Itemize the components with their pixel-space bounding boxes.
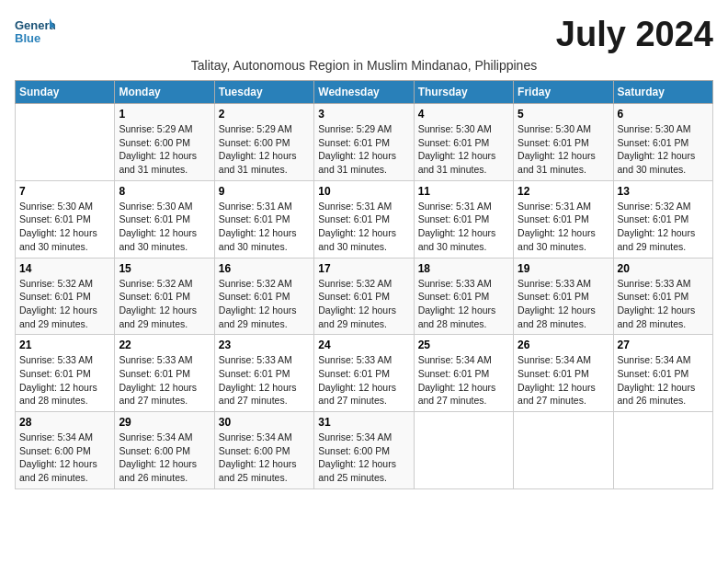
- day-number: 19: [518, 262, 609, 275]
- calendar-cell: 31Sunrise: 5:34 AMSunset: 6:00 PMDayligh…: [314, 412, 414, 489]
- day-number: 8: [119, 185, 210, 198]
- calendar-cell: 19Sunrise: 5:33 AMSunset: 6:01 PMDayligh…: [514, 258, 613, 335]
- calendar-cell: 14Sunrise: 5:32 AMSunset: 6:01 PMDayligh…: [16, 258, 115, 335]
- calendar-cell: 15Sunrise: 5:32 AMSunset: 6:01 PMDayligh…: [115, 258, 214, 335]
- day-number: 7: [19, 185, 110, 198]
- day-info: Sunrise: 5:34 AMSunset: 6:01 PMDaylight:…: [618, 353, 709, 408]
- calendar-week-row: 21Sunrise: 5:33 AMSunset: 6:01 PMDayligh…: [16, 335, 713, 412]
- calendar-cell: 28Sunrise: 5:34 AMSunset: 6:00 PMDayligh…: [16, 412, 115, 489]
- calendar-cell: [613, 412, 712, 489]
- calendar-cell: 22Sunrise: 5:33 AMSunset: 6:01 PMDayligh…: [115, 335, 214, 412]
- calendar-cell: 6Sunrise: 5:30 AMSunset: 6:01 PMDaylight…: [613, 104, 712, 181]
- calendar-cell: 25Sunrise: 5:34 AMSunset: 6:01 PMDayligh…: [414, 335, 513, 412]
- calendar-cell: 26Sunrise: 5:34 AMSunset: 6:01 PMDayligh…: [514, 335, 613, 412]
- day-number: 6: [618, 108, 709, 121]
- day-info: Sunrise: 5:30 AMSunset: 6:01 PMDaylight:…: [19, 200, 110, 254]
- calendar-week-row: 14Sunrise: 5:32 AMSunset: 6:01 PMDayligh…: [16, 258, 713, 335]
- calendar-header-friday: Friday: [514, 81, 613, 104]
- day-info: Sunrise: 5:34 AMSunset: 6:00 PMDaylight:…: [19, 431, 110, 485]
- day-number: 24: [318, 339, 409, 351]
- day-info: Sunrise: 5:33 AMSunset: 6:01 PMDaylight:…: [219, 353, 310, 408]
- day-number: 11: [418, 185, 509, 198]
- day-info: Sunrise: 5:29 AMSunset: 6:01 PMDaylight:…: [318, 122, 409, 177]
- day-info: Sunrise: 5:32 AMSunset: 6:01 PMDaylight:…: [318, 277, 409, 331]
- calendar-cell: 17Sunrise: 5:32 AMSunset: 6:01 PMDayligh…: [314, 258, 414, 335]
- calendar-cell: 21Sunrise: 5:33 AMSunset: 6:01 PMDayligh…: [16, 335, 115, 412]
- page-title: July 2024: [556, 15, 713, 54]
- day-number: 28: [19, 416, 110, 429]
- day-number: 17: [318, 262, 409, 275]
- day-info: Sunrise: 5:31 AMSunset: 6:01 PMDaylight:…: [518, 200, 609, 254]
- page-subtitle: Talitay, Autonomous Region in Muslim Min…: [15, 58, 713, 73]
- day-info: Sunrise: 5:33 AMSunset: 6:01 PMDaylight:…: [19, 353, 110, 408]
- day-info: Sunrise: 5:33 AMSunset: 6:01 PMDaylight:…: [418, 277, 509, 331]
- day-number: 23: [219, 339, 310, 351]
- day-info: Sunrise: 5:34 AMSunset: 6:01 PMDaylight:…: [418, 353, 509, 408]
- day-info: Sunrise: 5:31 AMSunset: 6:01 PMDaylight:…: [219, 200, 310, 254]
- calendar-cell: 9Sunrise: 5:31 AMSunset: 6:01 PMDaylight…: [214, 180, 313, 258]
- calendar-header-wednesday: Wednesday: [314, 81, 414, 104]
- day-info: Sunrise: 5:30 AMSunset: 6:01 PMDaylight:…: [618, 122, 709, 177]
- day-number: 21: [19, 339, 110, 351]
- day-number: 27: [618, 339, 709, 351]
- calendar-cell: 2Sunrise: 5:29 AMSunset: 6:00 PMDaylight…: [214, 104, 313, 181]
- day-number: 18: [418, 262, 509, 275]
- calendar-cell: 10Sunrise: 5:31 AMSunset: 6:01 PMDayligh…: [314, 180, 414, 258]
- calendar-cell: 18Sunrise: 5:33 AMSunset: 6:01 PMDayligh…: [414, 258, 513, 335]
- calendar-cell: 5Sunrise: 5:30 AMSunset: 6:01 PMDaylight…: [514, 104, 613, 181]
- day-info: Sunrise: 5:30 AMSunset: 6:01 PMDaylight:…: [518, 122, 609, 177]
- calendar-cell: 1Sunrise: 5:29 AMSunset: 6:00 PMDaylight…: [115, 104, 214, 181]
- day-info: Sunrise: 5:34 AMSunset: 6:00 PMDaylight:…: [318, 431, 409, 485]
- day-number: 31: [318, 416, 409, 429]
- calendar-cell: 24Sunrise: 5:33 AMSunset: 6:01 PMDayligh…: [314, 335, 414, 412]
- calendar-week-row: 1Sunrise: 5:29 AMSunset: 6:00 PMDaylight…: [16, 104, 713, 181]
- calendar-cell: 27Sunrise: 5:34 AMSunset: 6:01 PMDayligh…: [613, 335, 712, 412]
- day-info: Sunrise: 5:32 AMSunset: 6:01 PMDaylight:…: [19, 277, 110, 331]
- day-number: 14: [19, 262, 110, 275]
- day-number: 4: [418, 108, 509, 121]
- calendar-header-tuesday: Tuesday: [214, 81, 313, 104]
- day-number: 10: [318, 185, 409, 198]
- calendar-week-row: 7Sunrise: 5:30 AMSunset: 6:01 PMDaylight…: [16, 180, 713, 258]
- calendar-cell: 16Sunrise: 5:32 AMSunset: 6:01 PMDayligh…: [214, 258, 313, 335]
- calendar-header-sunday: Sunday: [16, 81, 115, 104]
- svg-text:General: General: [15, 18, 55, 32]
- day-number: 2: [219, 108, 310, 121]
- calendar-week-row: 28Sunrise: 5:34 AMSunset: 6:00 PMDayligh…: [16, 412, 713, 489]
- day-info: Sunrise: 5:29 AMSunset: 6:00 PMDaylight:…: [119, 122, 210, 177]
- day-info: Sunrise: 5:34 AMSunset: 6:00 PMDaylight:…: [119, 431, 210, 485]
- calendar-header-thursday: Thursday: [414, 81, 513, 104]
- day-number: 25: [418, 339, 509, 351]
- day-info: Sunrise: 5:32 AMSunset: 6:01 PMDaylight:…: [119, 277, 210, 331]
- calendar-cell: 4Sunrise: 5:30 AMSunset: 6:01 PMDaylight…: [414, 104, 513, 181]
- day-number: 1: [119, 108, 210, 121]
- day-info: Sunrise: 5:30 AMSunset: 6:01 PMDaylight:…: [418, 122, 509, 177]
- day-number: 15: [119, 262, 210, 275]
- day-info: Sunrise: 5:33 AMSunset: 6:01 PMDaylight:…: [518, 277, 609, 331]
- calendar-body: 1Sunrise: 5:29 AMSunset: 6:00 PMDaylight…: [16, 104, 713, 489]
- calendar-header-row: SundayMondayTuesdayWednesdayThursdayFrid…: [16, 81, 713, 104]
- page-header: General Blue July 2024: [15, 15, 713, 54]
- day-info: Sunrise: 5:30 AMSunset: 6:01 PMDaylight:…: [119, 200, 210, 254]
- calendar-cell: 12Sunrise: 5:31 AMSunset: 6:01 PMDayligh…: [514, 180, 613, 258]
- day-number: 9: [219, 185, 310, 198]
- day-number: 13: [618, 185, 709, 198]
- calendar-cell: [16, 104, 115, 181]
- calendar-cell: 3Sunrise: 5:29 AMSunset: 6:01 PMDaylight…: [314, 104, 414, 181]
- calendar-header-saturday: Saturday: [613, 81, 712, 104]
- day-number: 5: [518, 108, 609, 121]
- day-info: Sunrise: 5:34 AMSunset: 6:01 PMDaylight:…: [518, 353, 609, 408]
- day-info: Sunrise: 5:34 AMSunset: 6:00 PMDaylight:…: [219, 431, 310, 485]
- day-number: 16: [219, 262, 310, 275]
- day-number: 26: [518, 339, 609, 351]
- day-number: 12: [518, 185, 609, 198]
- day-info: Sunrise: 5:33 AMSunset: 6:01 PMDaylight:…: [618, 277, 709, 331]
- day-info: Sunrise: 5:31 AMSunset: 6:01 PMDaylight:…: [418, 200, 509, 254]
- day-info: Sunrise: 5:32 AMSunset: 6:01 PMDaylight:…: [219, 277, 310, 331]
- day-number: 22: [119, 339, 210, 351]
- calendar-cell: 13Sunrise: 5:32 AMSunset: 6:01 PMDayligh…: [613, 180, 712, 258]
- calendar-cell: 29Sunrise: 5:34 AMSunset: 6:00 PMDayligh…: [115, 412, 214, 489]
- logo: General Blue: [15, 15, 59, 48]
- calendar-cell: 7Sunrise: 5:30 AMSunset: 6:01 PMDaylight…: [16, 180, 115, 258]
- day-info: Sunrise: 5:33 AMSunset: 6:01 PMDaylight:…: [119, 353, 210, 408]
